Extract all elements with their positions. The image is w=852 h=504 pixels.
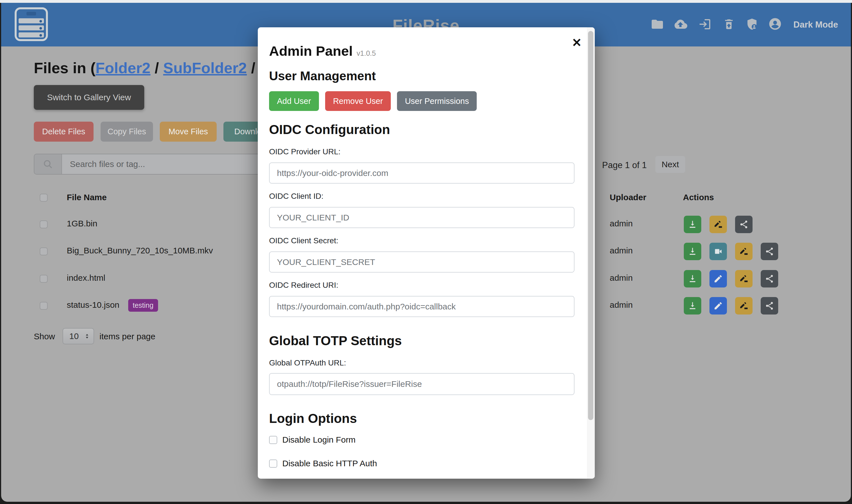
top-strip xyxy=(0,0,852,3)
file-name[interactable]: index.html xyxy=(67,273,105,283)
disable-basic-http-auth-option[interactable]: Disable Basic HTTP Auth xyxy=(269,459,377,468)
share-button[interactable] xyxy=(761,297,778,314)
move-files-button[interactable]: Move Files xyxy=(160,122,217,142)
add-user-button[interactable]: Add User xyxy=(269,91,319,111)
disable-login-form-checkbox[interactable] xyxy=(269,436,277,444)
breadcrumb-link-subfolder2[interactable]: SubFolder2 xyxy=(163,59,247,76)
filerise-app: FileRise Dark Mode Files in (Folder2 / S… xyxy=(0,0,852,504)
pencil-icon xyxy=(713,301,723,310)
per-page-prefix: Show xyxy=(34,332,55,341)
sign-in-icon[interactable] xyxy=(698,17,711,31)
file-actions-row xyxy=(684,297,778,314)
share-icon xyxy=(765,274,774,284)
download-button[interactable] xyxy=(684,243,701,260)
breadcrumb-prefix: Files in ( xyxy=(34,59,95,76)
user-management-heading: User Management xyxy=(269,69,376,83)
play-video-button[interactable] xyxy=(710,243,727,260)
modal-scrollbar-thumb[interactable] xyxy=(588,31,593,420)
oidc-client-secret-label: OIDC Client Secret: xyxy=(269,236,338,245)
select-all-checkbox[interactable] xyxy=(40,194,48,202)
filerise-logo-icon[interactable] xyxy=(15,7,48,41)
uploader-cell: admin xyxy=(610,219,633,228)
disable-login-form-option[interactable]: Disable Login Form xyxy=(269,435,355,445)
per-page-value: 10 xyxy=(69,331,79,341)
oidc-client-id-input[interactable] xyxy=(269,207,574,228)
breadcrumb: Files in (Folder2 / SubFolder2 / xyxy=(34,59,255,77)
otpauth-url-input[interactable] xyxy=(269,373,574,395)
download-icon xyxy=(688,274,697,284)
edit-tags-button[interactable] xyxy=(710,216,727,233)
edit-file-button[interactable] xyxy=(710,270,727,287)
breadcrumb-separator: / xyxy=(151,59,163,76)
file-name[interactable]: status-10.json xyxy=(67,300,120,310)
file-actions-row xyxy=(684,243,778,260)
share-button[interactable] xyxy=(735,216,752,233)
tag-edit-icon xyxy=(713,220,723,229)
row-checkbox[interactable] xyxy=(40,302,48,310)
modal-title-row: Admin Panel v1.0.5 xyxy=(269,43,376,59)
shield-user-icon[interactable] xyxy=(745,17,759,31)
oidc-heading: OIDC Configuration xyxy=(269,122,390,137)
oidc-client-id-label: OIDC Client ID: xyxy=(269,192,324,201)
copy-files-button[interactable]: Copy Files xyxy=(101,122,153,142)
column-header-file-name: File Name xyxy=(67,193,107,202)
row-checkbox[interactable] xyxy=(40,248,48,255)
switch-gallery-view-button[interactable]: Switch to Gallery View xyxy=(34,85,144,110)
edit-tags-button[interactable] xyxy=(735,270,752,287)
uploader-cell: admin xyxy=(610,273,633,283)
per-page-select[interactable]: 10 xyxy=(63,328,94,344)
uploader-cell: admin xyxy=(610,300,633,310)
breadcrumb-link-folder2[interactable]: Folder2 xyxy=(95,59,151,76)
restore-trash-icon[interactable] xyxy=(723,17,735,31)
oidc-redirect-uri-input[interactable] xyxy=(269,296,574,317)
file-name[interactable]: Big_Buck_Bunny_720_10s_10MB.mkv xyxy=(67,246,213,255)
tag-edit-icon xyxy=(739,301,749,310)
totp-heading: Global TOTP Settings xyxy=(269,333,402,348)
login-options-heading: Login Options xyxy=(269,411,357,426)
share-button[interactable] xyxy=(761,270,778,287)
row-checkbox[interactable] xyxy=(40,275,48,283)
edit-file-button[interactable] xyxy=(710,297,727,314)
user-permissions-button[interactable]: User Permissions xyxy=(397,91,477,111)
close-icon[interactable]: ✕ xyxy=(569,35,585,50)
dark-mode-toggle[interactable]: Dark Mode xyxy=(794,20,838,30)
share-button[interactable] xyxy=(761,243,778,260)
oidc-client-secret-input[interactable] xyxy=(269,251,574,273)
tag-edit-icon xyxy=(739,274,749,284)
share-icon xyxy=(739,220,749,229)
folder-icon[interactable] xyxy=(650,17,664,31)
admin-panel-modal: ✕ Admin Panel v1.0.5 User Management Add… xyxy=(258,27,595,479)
file-actions-row xyxy=(684,270,778,287)
oidc-provider-label: OIDC Provider URL: xyxy=(269,147,341,156)
tag-edit-icon xyxy=(739,247,749,256)
uploader-cell: admin xyxy=(610,246,633,255)
next-page-button[interactable]: Next xyxy=(655,156,685,173)
page-indicator: Page 1 of 1 xyxy=(602,160,647,170)
account-icon[interactable] xyxy=(768,17,782,31)
download-button[interactable] xyxy=(684,297,701,314)
video-icon xyxy=(713,247,723,256)
delete-files-button[interactable]: Delete Files xyxy=(34,122,93,142)
share-icon xyxy=(765,247,774,256)
download-button[interactable] xyxy=(684,216,701,233)
disable-basic-http-auth-checkbox[interactable] xyxy=(269,460,277,468)
download-icon xyxy=(688,220,697,229)
file-tag-badge[interactable]: testing xyxy=(128,299,158,312)
oidc-redirect-uri-label: OIDC Redirect URI: xyxy=(269,281,338,290)
remove-user-button[interactable]: Remove User xyxy=(325,91,391,111)
edit-tags-button[interactable] xyxy=(735,297,752,314)
logo-slot-row xyxy=(19,11,44,16)
search-icon xyxy=(34,154,62,174)
edit-tags-button[interactable] xyxy=(735,243,752,260)
download-button[interactable] xyxy=(684,270,701,287)
search-bar xyxy=(34,154,296,175)
user-management-buttons: Add User Remove User User Permissions xyxy=(269,91,477,111)
cloud-upload-icon[interactable] xyxy=(673,17,688,31)
row-checkbox[interactable] xyxy=(40,220,48,228)
disable-login-form-label: Disable Login Form xyxy=(282,435,355,445)
file-name[interactable]: 1GB.bin xyxy=(67,219,97,228)
breadcrumb-suffix: / xyxy=(247,59,255,76)
otpauth-url-label: Global OTPAuth URL: xyxy=(269,358,346,367)
oidc-provider-input[interactable] xyxy=(269,162,574,184)
modal-title: Admin Panel xyxy=(269,43,353,59)
